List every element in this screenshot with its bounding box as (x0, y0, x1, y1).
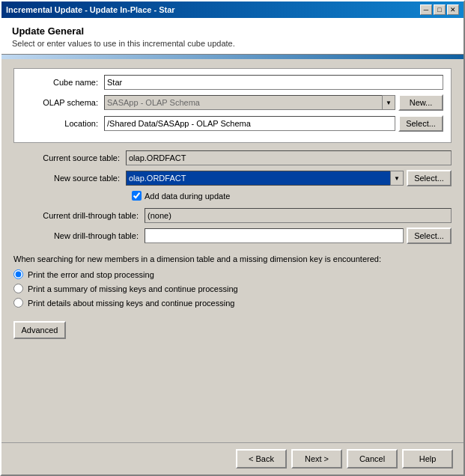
page-title: Update General (12, 25, 453, 37)
missing-key-info: When searching for new members in a dime… (13, 254, 452, 263)
new-source-display: olap.ORDFACT (126, 171, 404, 186)
title-bar-buttons: ─ □ ✕ (420, 4, 459, 15)
new-button[interactable]: New... (398, 94, 443, 111)
window-title: Incremental Update - Update In-Place - S… (6, 5, 175, 14)
current-source-group: Current source table: (13, 150, 452, 165)
new-source-group: New source table: olap.ORDFACT ▼ Select.… (13, 170, 452, 186)
current-drillthrough-group: Current drill-through table: (13, 208, 452, 223)
new-source-wrapper: olap.ORDFACT ▼ (126, 171, 404, 186)
new-source-label: New source table: (13, 174, 126, 183)
close-button[interactable]: ✕ (447, 4, 459, 15)
source-section: Current source table: New source table: … (13, 150, 452, 204)
radio-option-1-input[interactable] (13, 284, 23, 293)
radio-option-1: Print a summary of missing keys and cont… (13, 284, 452, 293)
advanced-section: Advanced (13, 321, 452, 339)
header-section: Update General Select or enter values to… (1, 18, 464, 55)
location-label: Location: (22, 119, 104, 128)
help-button[interactable]: Help (402, 449, 453, 469)
minimize-button[interactable]: ─ (420, 4, 432, 15)
olap-schema-group: OLAP schema: SASApp - OLAP Schema ▼ New.… (22, 94, 443, 111)
drillthrough-select-button[interactable]: Select... (407, 228, 452, 244)
drillthrough-section: Current drill-through table: New drill-t… (13, 208, 452, 248)
radio-option-2: Print details about missing keys and con… (13, 298, 452, 308)
new-drillthrough-input[interactable] (145, 228, 404, 243)
footer-bar: < Back Next > Cancel Help (1, 442, 464, 475)
maximize-button[interactable]: □ (434, 4, 446, 15)
add-data-checkbox[interactable] (132, 191, 142, 201)
current-drillthrough-label: Current drill-through table: (13, 211, 145, 220)
olap-schema-select[interactable]: SASApp - OLAP Schema (104, 95, 395, 110)
olap-schema-label: OLAP schema: (22, 98, 104, 107)
cancel-button[interactable]: Cancel (347, 449, 398, 469)
add-data-label: Add data during update (145, 192, 230, 201)
new-drillthrough-label: New drill-through table: (13, 231, 145, 240)
radio-option-0: Print the error and stop processing (13, 269, 452, 279)
radio-option-2-input[interactable] (13, 298, 23, 308)
location-select-button[interactable]: Select... (398, 115, 443, 132)
advanced-button[interactable]: Advanced (13, 321, 66, 339)
radio-option-0-input[interactable] (13, 269, 23, 279)
current-source-input (126, 150, 452, 165)
location-input[interactable] (104, 116, 395, 131)
current-source-label: Current source table: (13, 153, 126, 162)
cube-name-label: Cube name: (22, 78, 104, 87)
new-source-arrow-icon[interactable]: ▼ (390, 171, 404, 186)
title-bar: Incremental Update - Update In-Place - S… (1, 1, 464, 18)
radio-option-2-label: Print details about missing keys and con… (28, 299, 234, 308)
main-content: Cube name: OLAP schema: SASApp - OLAP Sc… (1, 59, 464, 442)
source-select-button[interactable]: Select... (407, 170, 452, 186)
page-subtitle: Select or enter values to use in this in… (12, 39, 453, 48)
radio-option-0-label: Print the error and stop processing (28, 270, 154, 279)
cube-name-group: Cube name: (22, 75, 443, 90)
radio-option-1-label: Print a summary of missing keys and cont… (28, 284, 238, 293)
new-drillthrough-group: New drill-through table: Select... (13, 228, 452, 244)
main-window: Incremental Update - Update In-Place - S… (0, 0, 465, 476)
missing-key-section: When searching for new members in a dime… (13, 254, 452, 317)
location-group: Location: Select... (22, 115, 443, 132)
current-drillthrough-input (145, 208, 452, 223)
add-data-row: Add data during update (13, 191, 452, 201)
radio-group: Print the error and stop processing Prin… (13, 269, 452, 308)
cube-info-box: Cube name: OLAP schema: SASApp - OLAP Sc… (13, 68, 452, 143)
cube-name-input[interactable] (104, 75, 443, 90)
back-button[interactable]: < Back (236, 449, 287, 469)
next-button[interactable]: Next > (291, 449, 342, 469)
olap-schema-select-wrapper: SASApp - OLAP Schema ▼ (104, 95, 395, 110)
